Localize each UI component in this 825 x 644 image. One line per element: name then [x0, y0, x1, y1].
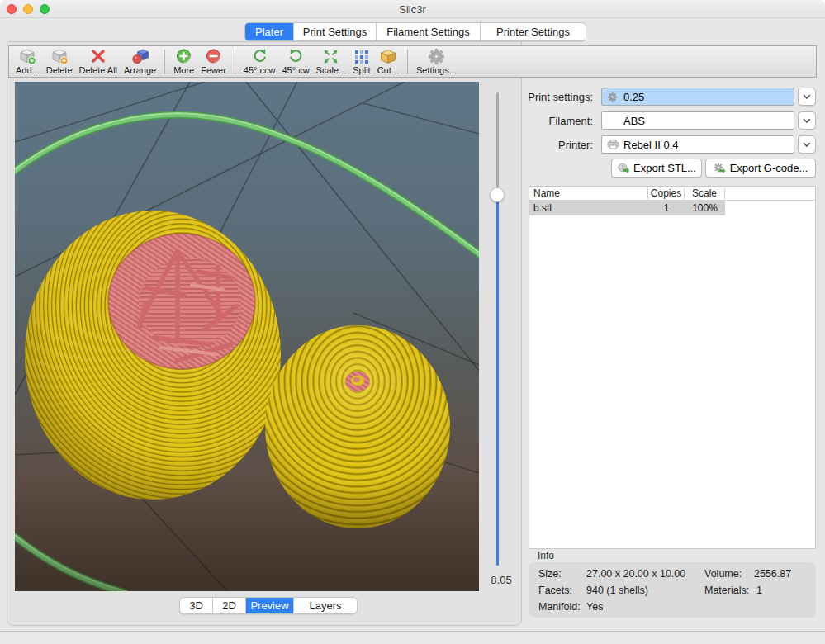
- info-section-title: Info: [538, 550, 554, 561]
- column-header-scale[interactable]: Scale: [685, 188, 725, 199]
- view-tab-layers[interactable]: Layers: [294, 598, 357, 613]
- app-window: Slic3r Plater Print Settings Filament Se…: [0, 0, 825, 644]
- object-list-header: Name Copies Scale: [529, 187, 815, 201]
- filament-value: ABS: [623, 115, 645, 127]
- chevron-down-icon: [803, 94, 811, 100]
- export-stl-label: Export STL...: [633, 162, 696, 174]
- window-title: Slic3r: [0, 3, 825, 16]
- settings-button[interactable]: Settings...: [413, 47, 460, 75]
- table-row[interactable]: b.stl 1 100%: [529, 201, 815, 215]
- filament-dropdown-button[interactable]: [798, 111, 816, 130]
- chevron-down-icon: [803, 142, 811, 148]
- toolbar-separator: [407, 50, 408, 74]
- print-preview-scene: [15, 82, 479, 591]
- add-button[interactable]: Add...: [12, 47, 43, 75]
- delete-object-icon: [50, 48, 69, 65]
- manifold-label: Manifold:: [538, 601, 581, 613]
- scale-icon: [322, 48, 339, 65]
- cell-name: b.stl: [529, 202, 648, 214]
- manifold-value: Yes: [586, 601, 603, 613]
- materials-value: 1: [756, 585, 762, 596]
- printed-object-large: [25, 211, 281, 500]
- size-label: Size:: [538, 568, 562, 580]
- printer-label: Printer:: [519, 139, 593, 151]
- cell-copies: 1: [648, 202, 685, 214]
- view-tab-preview[interactable]: Preview: [246, 598, 294, 613]
- delete-button[interactable]: Delete: [43, 47, 76, 75]
- printer-dropdown-button[interactable]: [798, 135, 816, 154]
- materials-label: Materials:: [704, 585, 749, 596]
- printer-combo[interactable]: Rebel II 0.4: [601, 135, 794, 154]
- print-settings-combo[interactable]: 0.25: [601, 88, 794, 106]
- arrange-icon: [130, 48, 150, 65]
- split-icon: [353, 48, 370, 65]
- delete-all-button[interactable]: Delete All: [76, 47, 121, 75]
- export-stl-button[interactable]: Export STL...: [611, 159, 702, 178]
- layer-slider-value: 8.05: [481, 574, 521, 586]
- toolbar: Add... Delete Delete All: [8, 45, 817, 78]
- cut-icon: [378, 48, 398, 65]
- export-gcode-icon: [714, 163, 726, 174]
- facets-value: 940 (1 shells): [586, 585, 648, 596]
- more-copies-icon: [175, 48, 192, 65]
- main-tab-bar: Plater Print Settings Filament Settings …: [244, 22, 586, 41]
- toolbar-separator: [235, 50, 235, 74]
- toolbar-label: Delete: [46, 65, 73, 75]
- view-tab-bar: 3D 2D Preview Layers: [179, 597, 358, 614]
- toolbar-label: Delete All: [79, 65, 117, 75]
- filament-combo[interactable]: ABS: [601, 111, 794, 130]
- add-object-icon: [17, 48, 37, 65]
- settings-icon: [428, 48, 445, 65]
- layer-slider-handle[interactable]: [490, 187, 505, 202]
- cut-button[interactable]: Cut...: [374, 47, 402, 75]
- tab-print-settings[interactable]: Print Settings: [294, 23, 377, 40]
- 3d-preview-canvas[interactable]: [15, 82, 479, 591]
- export-stl-icon: [617, 163, 629, 174]
- split-button[interactable]: Split: [349, 47, 373, 75]
- toolbar-label: Add...: [16, 65, 40, 75]
- tab-plater[interactable]: Plater: [245, 23, 294, 40]
- column-header-copies[interactable]: Copies: [648, 188, 685, 199]
- rotate-cw-button[interactable]: 45° cw: [278, 47, 312, 75]
- status-strip: [0, 631, 825, 644]
- print-settings-label: Print settings:: [519, 91, 593, 103]
- toolbar-separator: [164, 50, 165, 74]
- fewer-button[interactable]: Fewer: [197, 47, 230, 75]
- info-box: Size: 27.00 x 20.00 x 10.00 Volume: 2556…: [529, 562, 816, 618]
- delete-all-icon: [89, 48, 107, 65]
- tab-filament-settings[interactable]: Filament Settings: [377, 23, 481, 40]
- volume-value: 2556.87: [754, 568, 791, 580]
- title-bar: Slic3r: [0, 0, 825, 18]
- print-settings-value: 0.25: [623, 91, 644, 103]
- view-tab-2d[interactable]: 2D: [213, 598, 246, 613]
- tab-printer-settings[interactable]: Printer Settings: [481, 23, 586, 40]
- facets-label: Facets:: [538, 585, 572, 596]
- scale-button[interactable]: Scale...: [313, 47, 350, 75]
- cell-scale: 100%: [685, 202, 725, 214]
- fewer-copies-icon: [205, 48, 222, 65]
- size-value: 27.00 x 20.00 x 10.00: [586, 568, 685, 580]
- gear-icon: [607, 92, 619, 102]
- print-settings-dropdown-button[interactable]: [798, 88, 816, 106]
- layer-slider-fill: [496, 195, 499, 566]
- rotate-ccw-icon: [251, 48, 268, 65]
- toolbar-label: 45° cw: [282, 65, 309, 75]
- volume-label: Volume:: [704, 568, 742, 580]
- arrange-button[interactable]: Arrange: [121, 47, 159, 75]
- printer-icon: [607, 140, 619, 149]
- rotate-cw-icon: [287, 48, 305, 65]
- column-header-name[interactable]: Name: [529, 188, 648, 199]
- filament-label: Filament:: [519, 115, 593, 127]
- toolbar-label: 45° ccw: [244, 65, 276, 75]
- rotate-ccw-button[interactable]: 45° ccw: [240, 47, 279, 75]
- toolbar-label: Fewer: [201, 65, 226, 75]
- chevron-down-icon: [803, 118, 811, 124]
- object-list: Name Copies Scale b.stl 1 100%: [529, 186, 816, 549]
- more-button[interactable]: More: [170, 47, 197, 75]
- toolbar-label: Scale...: [316, 65, 347, 75]
- column-header-filler: [725, 188, 815, 199]
- view-tab-3d[interactable]: 3D: [180, 598, 213, 613]
- toolbar-label: Cut...: [377, 65, 399, 75]
- export-gcode-button[interactable]: Export G-code...: [705, 159, 816, 178]
- export-gcode-label: Export G-code...: [730, 162, 808, 174]
